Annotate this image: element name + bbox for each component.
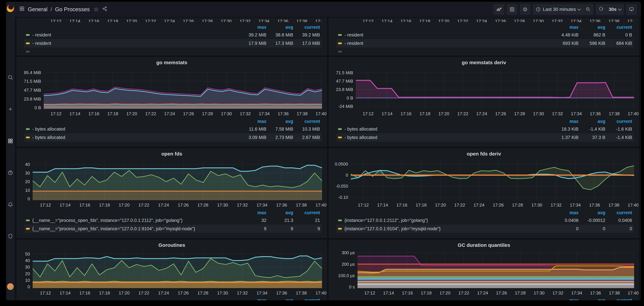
legend-col-avg[interactable]: avg (578, 25, 605, 30)
legend-swatch-icon[interactable] (26, 220, 30, 221)
x-axis-label: 17:26 (178, 202, 189, 208)
dashboard-settings-button[interactable] (520, 4, 530, 14)
legend-col-current[interactable]: current (605, 25, 632, 30)
y-axis-label: 23.8 MiB (24, 96, 41, 102)
avatar[interactable] (7, 283, 14, 290)
shield-icon[interactable] (7, 233, 14, 239)
x-axis-label: 17:36 (589, 202, 600, 208)
share-icon[interactable] (102, 6, 108, 13)
panel-title[interactable]: go memstats deriv (329, 57, 639, 66)
legend-col-current[interactable]: current (605, 119, 632, 124)
legend-col-max[interactable]: max (552, 25, 578, 30)
refresh-button[interactable] (596, 4, 606, 14)
legend-col-max[interactable]: max (240, 119, 266, 124)
legend-col-current[interactable]: current (605, 210, 632, 215)
refresh-interval-label: 30s (609, 7, 616, 12)
plus-icon[interactable] (7, 106, 14, 112)
legend-label[interactable]: - bytes allocated (32, 127, 240, 132)
breadcrumb-page[interactable]: Go Processes (55, 6, 90, 12)
legend-col-current[interactable]: current (605, 298, 632, 301)
legend-label[interactable]: {instance="127.0.0.1:2112", job="golang"… (344, 218, 552, 223)
panel-title[interactable]: go memstats (17, 57, 327, 66)
x-axis-label: 17:16 (402, 291, 413, 296)
legend-value: 862 B (578, 32, 605, 38)
legend-swatch-icon[interactable] (26, 34, 30, 36)
legend-swatch-icon[interactable] (338, 34, 342, 36)
legend-swatch-icon[interactable] (338, 42, 342, 44)
legend-col-max[interactable]: max (552, 210, 578, 215)
legend-label[interactable]: {instance="127.0.0.1:9104", job="mysqld-… (344, 226, 552, 231)
legend-swatch-icon[interactable] (26, 228, 30, 230)
zoom-out-button[interactable] (583, 4, 593, 14)
legend-swatch-icon[interactable] (338, 51, 342, 52)
add-panel-button[interactable] (494, 4, 504, 14)
legend-col-max[interactable]: max (240, 298, 266, 301)
x-axis-label: 17:26 (183, 111, 194, 116)
legend-swatch-icon[interactable] (26, 137, 30, 138)
x-axis-label: 17:12 (358, 202, 369, 208)
legend-label[interactable]: - resident (32, 32, 240, 38)
legend-swatch-icon[interactable] (26, 128, 30, 130)
bell-icon[interactable] (7, 201, 14, 208)
save-dashboard-button[interactable] (507, 4, 517, 14)
legend-col-current[interactable]: current (293, 210, 320, 215)
help-icon[interactable] (7, 169, 14, 176)
legend-label[interactable]: - resident (32, 41, 240, 46)
search-icon[interactable] (7, 74, 14, 81)
refresh-interval-picker[interactable]: 30s (606, 4, 624, 14)
breadcrumb-section[interactable]: General (28, 6, 48, 12)
legend-value: 21 (293, 218, 320, 223)
grafana-logo-icon[interactable] (6, 3, 15, 13)
legend-col-avg[interactable]: avg (266, 25, 293, 30)
legend-label[interactable]: - resident (344, 41, 552, 46)
plot-area[interactable] (356, 70, 634, 109)
legend-col-current[interactable]: current (293, 25, 320, 30)
legend-col-avg[interactable]: avg (578, 298, 605, 301)
legend-swatch-icon[interactable] (338, 228, 342, 230)
legend-label[interactable]: {__name__="process_open_fds", instance="… (32, 226, 240, 231)
plot-area[interactable] (351, 161, 634, 200)
legend-col-max[interactable]: max (240, 25, 266, 30)
legend-col-max[interactable]: max (240, 210, 266, 215)
legend-value: 9 (240, 226, 266, 231)
legend-col-current[interactable]: current (293, 119, 320, 124)
legend-swatch-icon[interactable] (338, 220, 342, 221)
time-tick-label: 17:16 (400, 18, 412, 22)
legend-label[interactable]: - bytes allocated (32, 135, 240, 140)
legend-row: {__name__="process_open_fds", instance="… (24, 216, 322, 225)
panel-title[interactable]: Goroutines (17, 240, 327, 248)
panel-title[interactable]: GC duration quantiles (329, 240, 639, 248)
legend-col-avg[interactable]: avg (266, 210, 293, 215)
dashboards-icon[interactable] (7, 138, 14, 144)
panel-title[interactable]: open fds (17, 149, 327, 157)
legend-swatch-icon[interactable] (26, 51, 30, 52)
dashboard-grid-icon[interactable] (19, 6, 25, 13)
legend-label[interactable]: {__name__="process_open_fds", instance="… (32, 218, 240, 223)
panel-title[interactable]: open fds deriv (329, 149, 639, 157)
star-icon[interactable]: ☆ (94, 6, 99, 13)
legend-label[interactable]: - bytes allocated (344, 135, 552, 140)
legend-label[interactable]: - resident (344, 32, 552, 38)
plot-area[interactable] (358, 251, 634, 288)
y-axis-label: 40 (25, 162, 30, 167)
legend-col-avg[interactable]: avg (578, 119, 605, 124)
legend-col-avg[interactable]: avg (266, 119, 293, 124)
legend-label[interactable]: - bytes allocated (344, 127, 552, 132)
legend-col-avg[interactable]: avg (578, 210, 605, 215)
time-tick-label: 17:26 (495, 18, 506, 22)
plot-area[interactable] (33, 161, 322, 200)
legend-swatch-icon[interactable] (338, 128, 342, 130)
time-range-picker[interactable]: Last 30 minutes (533, 4, 583, 14)
legend-col-current[interactable]: current (293, 298, 320, 301)
plot-area[interactable] (44, 70, 322, 109)
plot-area[interactable] (33, 251, 322, 288)
cycle-view-mode-button[interactable] (626, 4, 637, 14)
legend-col-avg[interactable]: avg (266, 298, 293, 301)
legend-swatch-icon[interactable] (338, 137, 342, 138)
x-axis-label: 17:28 (198, 202, 208, 208)
x-axis-label: 17:16 (396, 202, 408, 208)
legend-col-max[interactable]: max (552, 298, 578, 301)
legend-col-max[interactable]: max (552, 119, 578, 124)
legend-value: 0 (578, 226, 605, 231)
legend-swatch-icon[interactable] (26, 42, 30, 44)
